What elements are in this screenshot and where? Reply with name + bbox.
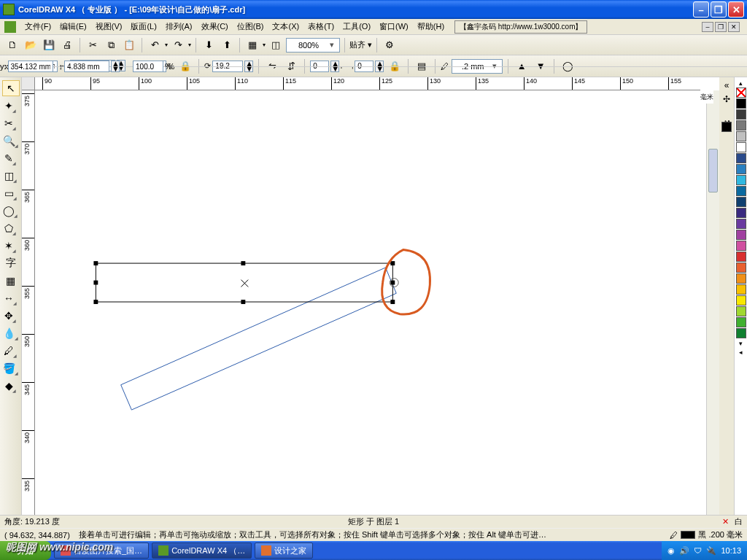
- task-3[interactable]: 设计之家: [255, 542, 313, 559]
- menu-file[interactable]: 文件(F): [20, 20, 55, 34]
- outline-width-input[interactable]: [455, 62, 490, 71]
- scale-y-input[interactable]: [133, 61, 163, 72]
- color-swatch[interactable]: [736, 153, 746, 163]
- save-button[interactable]: 💾: [41, 37, 57, 53]
- color-swatch[interactable]: [736, 284, 746, 295]
- docker-icon-1[interactable]: ✣: [721, 94, 732, 106]
- chevron-down-icon[interactable]: ▾: [328, 40, 336, 50]
- barcode-link[interactable]: 【鑫宇条码 http://www.1w3000.com】: [454, 20, 587, 34]
- copy-button[interactable]: ⧉: [103, 37, 119, 53]
- expand-docker-button[interactable]: «: [721, 80, 732, 92]
- menu-tools[interactable]: 工具(O): [338, 20, 375, 34]
- menu-help[interactable]: 帮助(H): [413, 20, 449, 34]
- tray-icon[interactable]: 🛡: [694, 546, 702, 555]
- zoom-tool[interactable]: 🔍◢: [2, 133, 20, 149]
- color-swatch[interactable]: [736, 241, 746, 251]
- text-tool[interactable]: 字: [2, 255, 20, 271]
- open-button[interactable]: 📂: [23, 37, 39, 53]
- menu-bitmap[interactable]: 位图(B): [233, 20, 268, 34]
- to-front-button[interactable]: ▲: [514, 58, 530, 74]
- color-swatch[interactable]: [736, 142, 746, 152]
- snap-button[interactable]: 贴齐 ▾: [349, 39, 372, 50]
- color-swatch[interactable]: [736, 262, 746, 273]
- table-tool[interactable]: ▦: [2, 273, 20, 289]
- convert-curves-button[interactable]: ◯: [560, 58, 576, 74]
- basic-shapes-tool[interactable]: ✶◢: [2, 238, 20, 254]
- outline-pen-icon[interactable]: 🖊: [670, 531, 678, 540]
- rectangle-tool[interactable]: ▭◢: [2, 185, 20, 201]
- redo-button[interactable]: ↷: [170, 37, 186, 53]
- color-swatch[interactable]: [736, 109, 746, 120]
- tray-icon[interactable]: 🔌: [706, 546, 716, 556]
- tray-icon[interactable]: 🔊: [679, 546, 689, 556]
- mdi-close-button[interactable]: ✕: [728, 22, 740, 32]
- options-button[interactable]: ⚙: [382, 37, 398, 53]
- window-close-button[interactable]: ✕: [728, 1, 744, 18]
- corner-1-input[interactable]: [310, 61, 329, 72]
- palette-flyout[interactable]: ◂: [739, 348, 743, 357]
- color-swatch[interactable]: [736, 186, 746, 196]
- color-swatch[interactable]: [736, 88, 746, 98]
- crop-tool[interactable]: ✂◢: [2, 115, 20, 131]
- mirror-h-button[interactable]: ⇋: [264, 58, 280, 74]
- freehand-tool[interactable]: ✎◢: [2, 150, 20, 166]
- color-swatch[interactable]: [736, 131, 746, 141]
- menu-edit[interactable]: 编辑(E): [55, 20, 91, 34]
- mirror-v-button[interactable]: ⇵: [283, 58, 299, 74]
- window-maximize-button[interactable]: ❐: [711, 1, 727, 18]
- pick-tool[interactable]: ↖: [2, 80, 20, 96]
- print-button[interactable]: 🖨: [59, 37, 75, 53]
- color-swatch[interactable]: [736, 230, 746, 240]
- scrollbar-vertical[interactable]: [706, 90, 719, 515]
- docker-swatch[interactable]: [721, 122, 732, 132]
- color-swatch[interactable]: [736, 120, 746, 131]
- color-swatch[interactable]: [736, 295, 746, 306]
- tray-clock[interactable]: 10:13: [721, 546, 741, 555]
- outline-swatch[interactable]: [681, 531, 695, 539]
- shape-tool[interactable]: ✦◢: [2, 98, 20, 114]
- palette-scroll-up[interactable]: ▴: [739, 79, 743, 88]
- mdi-maximize-button[interactable]: ❐: [715, 22, 727, 32]
- export-button[interactable]: ⬆: [219, 37, 235, 53]
- color-swatch[interactable]: [736, 306, 746, 316]
- menu-layout[interactable]: 版面(L): [126, 20, 160, 34]
- menu-table[interactable]: 表格(T): [303, 20, 338, 34]
- selection-handles[interactable]: [93, 261, 395, 304]
- color-swatch[interactable]: [736, 164, 746, 174]
- corner-2-input[interactable]: [355, 61, 374, 72]
- mdi-minimize-button[interactable]: –: [702, 22, 713, 32]
- app-launcher-button[interactable]: ▦: [244, 37, 260, 53]
- color-swatch[interactable]: [736, 175, 746, 185]
- tray-icon[interactable]: ◉: [667, 546, 675, 556]
- height-input[interactable]: [64, 61, 109, 72]
- outline-tool[interactable]: 🖊◢: [2, 343, 20, 359]
- scrollbar-thumb[interactable]: [708, 149, 718, 192]
- menu-window[interactable]: 窗口(W): [375, 20, 413, 34]
- rotated-rectangle[interactable]: [121, 268, 397, 410]
- color-swatch[interactable]: [736, 98, 746, 109]
- wrap-text-button[interactable]: ▤: [414, 58, 430, 74]
- menu-view[interactable]: 视图(V): [91, 20, 127, 34]
- eyedropper-tool[interactable]: 💧◢: [2, 325, 20, 341]
- round-corner-lock-button[interactable]: 🔒: [387, 58, 403, 74]
- color-swatch[interactable]: [736, 208, 746, 218]
- color-swatch[interactable]: [736, 219, 746, 229]
- dimension-tool[interactable]: ↔◢: [2, 290, 20, 306]
- docker-icon-2[interactable]: 冷涂: [721, 108, 732, 120]
- menu-text[interactable]: 文本(X): [268, 20, 303, 34]
- ruler-vertical[interactable]: 375370365360355350345340335: [22, 90, 35, 515]
- drawing-surface[interactable]: [35, 90, 700, 515]
- system-tray[interactable]: ◉ 🔊 🛡 🔌 10:13: [662, 541, 747, 560]
- welcome-button[interactable]: ◫: [268, 37, 284, 53]
- menu-effects[interactable]: 效果(C): [197, 20, 233, 34]
- import-button[interactable]: ⬇: [201, 37, 217, 53]
- ellipse-tool[interactable]: ◯◢: [2, 203, 20, 219]
- lock-ratio-button[interactable]: 🔒: [177, 58, 193, 74]
- outline-width-combo[interactable]: ▾: [452, 59, 503, 74]
- new-button[interactable]: 🗋: [4, 37, 20, 53]
- color-swatch[interactable]: [736, 328, 746, 338]
- color-swatch[interactable]: [736, 317, 746, 327]
- fill-none-icon[interactable]: ✕: [722, 517, 729, 526]
- undo-button[interactable]: ↶: [147, 37, 163, 53]
- color-swatch[interactable]: [736, 197, 746, 207]
